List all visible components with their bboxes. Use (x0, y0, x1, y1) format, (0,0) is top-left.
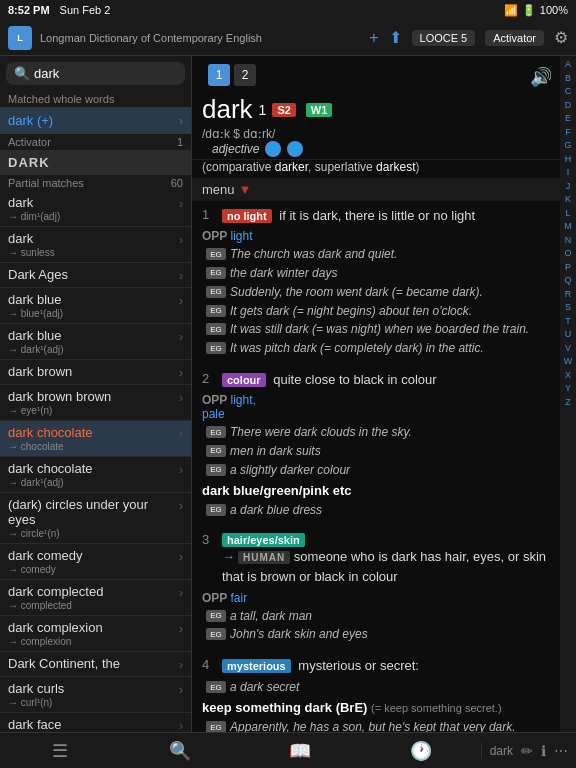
list-item[interactable]: dark chocolate → dark¹(adj) › (0, 457, 191, 493)
audio-icon[interactable]: 🔊 (530, 66, 552, 88)
word-title: dark (202, 94, 253, 125)
nav-search-icon[interactable]: 🔍 (120, 733, 240, 768)
list-item[interactable]: dark → sunless › (0, 227, 191, 263)
word-item-sub: → circle¹(n) (8, 528, 179, 539)
word-item-arrow-icon: › (179, 427, 183, 441)
settings-gear-icon[interactable]: ⚙ (554, 28, 568, 47)
alpha-letter-x[interactable]: X (565, 369, 571, 383)
alpha-letter-i[interactable]: I (567, 166, 570, 180)
alpha-letter-c[interactable]: C (565, 85, 572, 99)
word-superscript: 1 (259, 102, 267, 118)
alpha-letter-u[interactable]: U (565, 328, 572, 342)
nav-book-icon[interactable]: 📖 (240, 733, 360, 768)
globe-icon-1[interactable]: 🌐 (265, 141, 281, 157)
alpha-letter-s[interactable]: S (565, 301, 571, 315)
alpha-letter-n[interactable]: N (565, 234, 572, 248)
nav-menu-icon[interactable]: ☰ (0, 733, 120, 768)
info-icon[interactable]: ℹ (541, 743, 546, 759)
alpha-letter-v[interactable]: V (565, 342, 571, 356)
phrase-example-text: Apparently, he has a son, but he's kept … (230, 719, 516, 732)
word-header: dark 1 S2 W1 /dɑːk $ dɑːrk/ adjective 🌐 … (192, 90, 560, 160)
alpha-letter-o[interactable]: O (564, 247, 571, 261)
opp-word: light, (230, 393, 255, 407)
list-item[interactable]: dark brown › (0, 360, 191, 385)
word-item-sub: → comedy (8, 564, 179, 575)
def-number-row: 1 no light if it is dark, there is littl… (202, 207, 550, 225)
wifi-icon: 📶 (504, 4, 518, 17)
bottom-right-area: dark ✏ ℹ ⋯ (481, 743, 576, 759)
activator-count: 1 (177, 136, 183, 148)
edit-icon[interactable]: ✏ (521, 743, 533, 759)
alpha-letter-b[interactable]: B (565, 72, 571, 86)
alpha-letter-w[interactable]: W (564, 355, 573, 369)
list-item[interactable]: dark face → face¹(n) › (0, 713, 191, 732)
word-item-arrow-icon: › (179, 499, 183, 513)
alpha-letter-q[interactable]: Q (564, 274, 571, 288)
definition-item: 2 colour quite close to black in colour … (202, 365, 550, 518)
example-text: There were dark clouds in the sky. (230, 424, 412, 441)
word-item-arrow-icon: › (179, 719, 183, 732)
menu-label: menu (202, 182, 235, 197)
word-item-content: dark → sunless (8, 231, 179, 258)
alpha-letter-p[interactable]: P (565, 261, 571, 275)
alpha-letter-h[interactable]: H (565, 153, 572, 167)
nav-history-icon[interactable]: 🕐 (361, 733, 481, 768)
list-item[interactable]: dark blue → dark¹(adj) › (0, 324, 191, 360)
alpha-letter-l[interactable]: L (565, 207, 570, 221)
activator-word[interactable]: DARK (0, 150, 191, 175)
word-item-arrow-icon: › (179, 683, 183, 697)
example-icon: EG (206, 286, 226, 298)
list-item[interactable]: dark comedy → comedy › (0, 544, 191, 580)
share-button[interactable]: ⬆ (389, 28, 402, 47)
alpha-letter-j[interactable]: J (566, 180, 571, 194)
status-icons: 📶 🔋 100% (504, 4, 568, 17)
looce-button[interactable]: LOOCE 5 (412, 30, 476, 46)
alpha-letter-e[interactable]: E (565, 112, 571, 126)
list-item[interactable]: dark chocolate → chocolate › (0, 421, 191, 457)
list-item[interactable]: Dark Ages › (0, 263, 191, 288)
list-item[interactable]: dark complexion → complexion › (0, 616, 191, 652)
definitions-list: 1 no light if it is dark, there is littl… (192, 201, 560, 732)
list-item[interactable]: dark curls → curl¹(n) › (0, 677, 191, 713)
globe-icon-2[interactable]: 🌐 (287, 141, 303, 157)
activator-button[interactable]: Activator (485, 30, 544, 46)
example-icon: EG (206, 610, 226, 622)
word-item-content: dark comedy → comedy (8, 548, 179, 575)
alpha-letter-d[interactable]: D (565, 99, 572, 113)
matched-whole-word[interactable]: dark (+) › (0, 107, 191, 134)
word-item-main: Dark Ages (8, 267, 179, 282)
list-item[interactable]: dark → dim¹(adj) › (0, 191, 191, 227)
matched-arrow-icon: › (179, 113, 183, 128)
alpha-letter-y[interactable]: Y (565, 382, 571, 396)
add-button[interactable]: + (369, 29, 378, 47)
list-item[interactable]: Dark Continent, the › (0, 652, 191, 677)
list-item[interactable]: dark blue → blue¹(adj) › (0, 288, 191, 324)
alpha-letter-t[interactable]: T (565, 315, 571, 329)
word-item-content: dark chocolate → chocolate (8, 425, 179, 452)
word-item-main: dark complected (8, 584, 179, 599)
list-item[interactable]: (dark) circles under your eyes → circle¹… (0, 493, 191, 544)
opp-row: OPP fair (202, 591, 550, 605)
alpha-letter-a[interactable]: A (565, 58, 571, 72)
list-item[interactable]: dark complected → complected › (0, 580, 191, 616)
alpha-letter-z[interactable]: Z (565, 396, 571, 410)
alpha-letter-r[interactable]: R (565, 288, 572, 302)
word-item-arrow-icon: › (179, 463, 183, 477)
def-badge: no light (222, 209, 272, 223)
word-item-arrow-icon: › (179, 269, 183, 283)
menu-bar[interactable]: menu ▼ (192, 178, 560, 201)
opp-label: OPP (202, 229, 230, 243)
more-icon[interactable]: ⋯ (554, 743, 568, 759)
definition-item: 4 mysterious mysterious or secret: EG a … (202, 651, 550, 732)
list-item[interactable]: dark brown brown → eye¹(n) › (0, 385, 191, 421)
alpha-letter-g[interactable]: G (564, 139, 571, 153)
page-1-button[interactable]: 1 (208, 64, 230, 86)
alpha-letter-m[interactable]: M (564, 220, 572, 234)
search-input[interactable] (34, 66, 192, 81)
alpha-letter-k[interactable]: K (565, 193, 571, 207)
def-badge: mysterious (222, 659, 291, 673)
def-content: no light if it is dark, there is little … (222, 207, 475, 225)
alpha-letter-f[interactable]: F (565, 126, 571, 140)
left-panel: 🔍 ✕ 🎙 Matched whole words dark (+) › Act… (0, 56, 192, 732)
page-2-button[interactable]: 2 (234, 64, 256, 86)
